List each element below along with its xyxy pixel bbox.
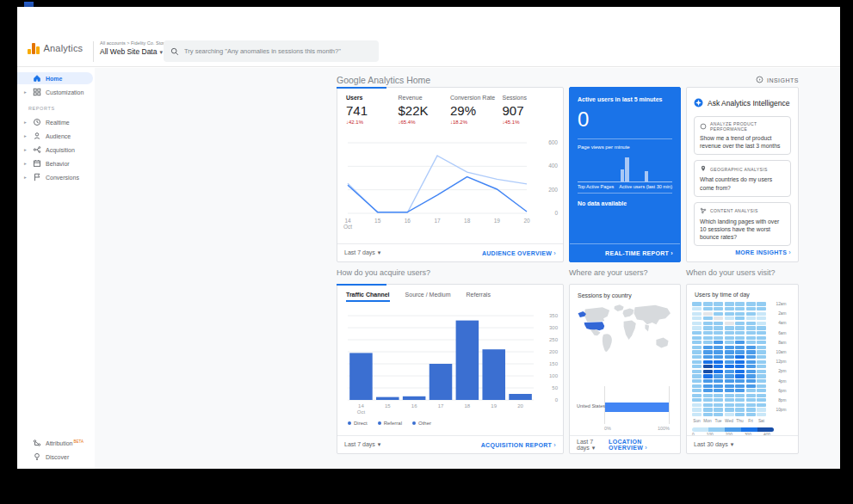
heatmap-cell xyxy=(735,322,745,325)
metric-conversion-rate[interactable]: Conversion Rate 29% ↓18.2% xyxy=(450,95,503,125)
heatmap-row: 12am xyxy=(692,302,793,306)
sidebar-item-label: Customization xyxy=(46,89,83,95)
metrics-row: Users 741 ↓42.1% Revenue $22K ↓65.4% Con… xyxy=(337,88,563,128)
heatmap-cell xyxy=(692,302,702,305)
metric-users[interactable]: Users 741 ↓42.1% xyxy=(346,95,399,125)
heatmap-cell xyxy=(703,350,713,353)
heatmap-cell xyxy=(714,379,723,383)
audience-person-icon xyxy=(33,132,41,141)
heatmap-cell xyxy=(692,326,702,329)
heatmap-cell xyxy=(735,350,745,353)
sidebar-item-discover[interactable]: Discover xyxy=(17,451,93,463)
map-pin-icon xyxy=(700,165,707,173)
heatmap-cell xyxy=(692,360,702,364)
heatmap-cell xyxy=(714,394,723,397)
heatmap-cell xyxy=(757,413,766,416)
heatmap-cell xyxy=(757,360,766,364)
heatmap-cell xyxy=(746,398,756,402)
svg-text:15: 15 xyxy=(385,403,391,409)
suggestion-product-performance[interactable]: ANALYZE PRODUCT PERFORMANCE Show me a tr… xyxy=(694,116,791,155)
heatmap-cell xyxy=(692,341,702,344)
behavior-calendar-icon xyxy=(33,159,41,169)
location-card-footer: Last 7 days LOCATION OVERVIEW xyxy=(570,435,680,453)
date-range-selector[interactable]: Last 30 days xyxy=(694,441,733,448)
realtime-report-link[interactable]: REAL-TIME REPORT xyxy=(605,250,673,256)
heatmap-cell xyxy=(757,389,766,392)
sidebar-item-behavior[interactable]: ▸ Behavior xyxy=(17,157,93,169)
date-range-selector[interactable]: Last 7 days xyxy=(344,249,380,256)
sidebar-item-label: Audience xyxy=(46,133,71,139)
heatmap-cell xyxy=(757,307,766,310)
analytics-logo-text: Analytics xyxy=(44,43,83,54)
location-overview-link[interactable]: LOCATION OVERVIEW xyxy=(609,439,673,451)
heatmap-cell xyxy=(703,336,713,340)
suggestion-content[interactable]: CONTENT ANALYSIS Which landing pages wit… xyxy=(694,202,791,247)
heatmap-cell xyxy=(692,389,702,392)
sidebar-item-label: Realtime xyxy=(46,120,70,126)
account-switcher[interactable]: All accounts > Fidelity Co. Store All We… xyxy=(100,40,167,56)
svg-text:17: 17 xyxy=(434,218,441,224)
metric-delta: ↓18.2% xyxy=(450,120,503,125)
date-range-selector[interactable]: Last 7 days xyxy=(344,441,380,448)
heatmap-cell xyxy=(735,365,745,368)
property-selector[interactable]: All Web Site Data xyxy=(100,47,167,56)
heatmap-cell xyxy=(757,398,766,402)
heatmap-cell xyxy=(725,370,734,373)
heatmap-cell xyxy=(714,317,723,320)
heatmap-cell xyxy=(746,370,756,373)
heatmap-cell xyxy=(703,413,713,416)
heatmap-cell xyxy=(692,384,702,388)
heatmap-cell xyxy=(714,307,723,310)
tab-source-medium[interactable]: Source / Medium xyxy=(405,292,451,302)
metric-revenue[interactable]: Revenue $22K ↓65.4% xyxy=(399,95,451,125)
search-input[interactable] xyxy=(184,47,372,55)
suggestion-geographic[interactable]: GEOGRAPHIC ANALYSIS What countries do my… xyxy=(694,160,791,196)
heatmap-cell xyxy=(703,408,713,411)
heatmap-cell xyxy=(725,346,734,349)
heatmap-cell xyxy=(692,312,702,316)
sidebar-item-attribution[interactable]: AttributionBETA xyxy=(17,437,93,449)
metric-sessions[interactable]: Sessions 907 ↓45.1% xyxy=(503,95,555,125)
svg-text:350: 350 xyxy=(549,313,559,318)
users-trend-line-chart: 020040060014Oct151617181920 xyxy=(341,136,561,237)
topbar-divider xyxy=(93,41,94,62)
tab-referrals[interactable]: Referrals xyxy=(467,292,491,302)
search-box[interactable] xyxy=(164,40,379,62)
heatmap-cell xyxy=(703,326,713,329)
sidebar: Home ▸ Customization REPORTS ▸ Realtime … xyxy=(17,68,95,469)
heatmap-cell xyxy=(703,398,713,402)
date-range-selector[interactable]: Last 7 days xyxy=(577,439,609,452)
main-content: Google Analytics Home INSIGHTS Users 741… xyxy=(95,68,840,469)
heatmap-cell xyxy=(746,413,756,416)
acquisition-card: Traffic Channel Source / Medium Referral… xyxy=(337,284,564,454)
analytics-logo[interactable]: Analytics xyxy=(28,43,83,54)
topbar: Analytics All accounts > Fidelity Co. St… xyxy=(17,36,840,67)
sidebar-item-realtime[interactable]: ▸ Realtime xyxy=(17,116,93,128)
sidebar-item-conversions[interactable]: ▸ Conversions xyxy=(17,171,93,183)
analytics-app-window: Analytics All accounts > Fidelity Co. St… xyxy=(17,7,840,469)
heatmap-cell xyxy=(692,346,702,349)
heatmap-legend xyxy=(687,423,798,432)
location-card: Sessions by country United States 0%100% xyxy=(569,284,681,454)
svg-text:15: 15 xyxy=(374,218,381,224)
sidebar-item-home[interactable]: Home xyxy=(17,72,93,84)
heatmap-row xyxy=(692,346,793,349)
heatmap-row xyxy=(692,413,793,416)
insights-button[interactable]: INSIGHTS xyxy=(756,76,799,84)
heatmap-cell xyxy=(714,350,723,353)
no-data-label: No data available xyxy=(578,200,672,206)
more-insights-link[interactable]: MORE INSIGHTS xyxy=(735,249,791,255)
audience-overview-link[interactable]: AUDIENCE OVERVIEW xyxy=(482,250,556,256)
heatmap-cell xyxy=(725,350,734,353)
sidebar-item-customization[interactable]: ▸ Customization xyxy=(17,86,93,98)
heatmap-cell xyxy=(703,389,713,392)
tab-traffic-channel[interactable]: Traffic Channel xyxy=(346,292,390,302)
heatmap-cell xyxy=(692,336,702,340)
content-analysis-icon xyxy=(700,207,707,215)
sidebar-item-acquisition[interactable]: ▸ Acquisition xyxy=(17,144,93,156)
heatmap-cell xyxy=(703,384,713,388)
acquisition-report-link[interactable]: ACQUISITION REPORT xyxy=(481,442,556,448)
sidebar-item-audience[interactable]: ▸ Audience xyxy=(17,130,93,142)
heatmap-cell xyxy=(735,355,745,359)
heatmap-cell xyxy=(735,307,745,310)
